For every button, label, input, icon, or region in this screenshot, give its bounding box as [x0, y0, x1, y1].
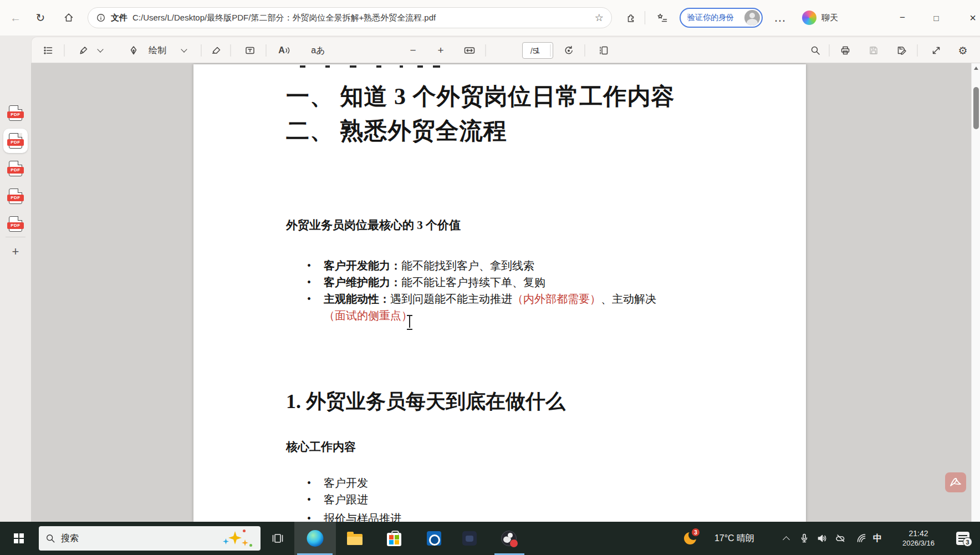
- start-button[interactable]: [7, 522, 31, 555]
- draw-pen-icon[interactable]: [124, 37, 143, 64]
- divider: [645, 11, 645, 24]
- microphone-tray-icon[interactable]: [797, 522, 812, 555]
- core-work-title: 核心工作内容: [286, 439, 356, 455]
- divider: [231, 44, 231, 57]
- table-of-contents-icon[interactable]: [39, 37, 58, 64]
- list-item: •客户跟进: [307, 491, 401, 508]
- pdf-file-icon: PDF: [9, 133, 22, 149]
- highlighter-icon[interactable]: [74, 37, 94, 64]
- scrollbar[interactable]: [971, 63, 980, 522]
- divider: [486, 44, 486, 57]
- window-close-button[interactable]: ×: [960, 0, 980, 35]
- clock-tray-item[interactable]: 21:42 2026/3/16: [894, 522, 943, 555]
- translate-icon[interactable]: aあ: [306, 37, 330, 64]
- search-highlights-sparkle-icon[interactable]: [223, 528, 254, 548]
- taskbar-search-box[interactable]: 搜索: [39, 526, 261, 551]
- zoom-in-icon[interactable]: +: [431, 37, 450, 64]
- divider: [201, 44, 202, 57]
- tray-overflow-chevron-icon[interactable]: [778, 522, 794, 555]
- list-item: •客户开发: [307, 475, 401, 491]
- edge-taskbar-button[interactable]: [294, 522, 336, 555]
- new-tab-plus-icon[interactable]: +: [12, 245, 19, 259]
- cutoff-text-fragment: [300, 65, 305, 68]
- cutoff-text-fragment: [433, 65, 440, 68]
- add-text-icon[interactable]: [240, 37, 260, 64]
- cutoff-text-fragment: [325, 65, 330, 68]
- vertical-tab-pdf-5[interactable]: PDF: [9, 216, 22, 232]
- scroll-up-arrow-icon[interactable]: [974, 67, 978, 70]
- network-signal-tray-icon[interactable]: [854, 522, 869, 555]
- zoom-out-icon[interactable]: −: [404, 37, 422, 64]
- copilot-chat-label[interactable]: 聊天: [821, 0, 838, 35]
- weather-badge: 3: [692, 528, 700, 536]
- pdf-file-icon: PDF: [9, 216, 22, 232]
- print-icon[interactable]: [835, 37, 855, 64]
- settings-gear-icon[interactable]: ⚙: [953, 37, 973, 64]
- cutoff-text-fragment: [400, 65, 403, 68]
- acrobat-overlay-icon[interactable]: [945, 472, 966, 492]
- pdf-toolbar-panel: 绘制 A aあ − + 1 /5: [31, 37, 980, 63]
- folder-icon: [347, 534, 363, 545]
- draw-chevron-icon[interactable]: [177, 37, 191, 64]
- action-center-button[interactable]: 3: [952, 522, 974, 555]
- task-view-button[interactable]: [267, 522, 289, 555]
- browser-top-bar: ← ↻ 文件 C:/Users/L/Desktop/最终版PDF/第二部分：外贸…: [0, 0, 980, 35]
- pinned-app-button[interactable]: [458, 522, 481, 555]
- microsoft-store-button[interactable]: [383, 522, 405, 555]
- outlook-icon: [427, 531, 441, 546]
- highlighter-chevron-icon[interactable]: [94, 37, 107, 64]
- vertical-tab-pdf-4[interactable]: PDF: [9, 189, 22, 204]
- fit-to-width-icon[interactable]: [458, 37, 481, 64]
- list-item: •客户维护能力：能不能让客户持续下单、复购: [307, 274, 656, 291]
- vertical-tab-pdf-1[interactable]: PDF: [9, 105, 22, 121]
- windows-logo-icon: [14, 533, 24, 543]
- extensions-puzzle-icon[interactable]: [620, 0, 642, 35]
- weather-text[interactable]: 17°C 晴朗: [701, 522, 768, 555]
- save-as-icon[interactable]: [892, 37, 912, 64]
- home-icon[interactable]: [58, 0, 80, 35]
- favorites-bar-icon[interactable]: [651, 0, 673, 35]
- eraser-icon[interactable]: [206, 37, 226, 64]
- list-item: •主观能动性：遇到问题能不能主动推进（内外部都需要）、主动解决: [307, 291, 656, 307]
- back-icon[interactable]: ←: [4, 0, 27, 35]
- vertical-tab-pdf-3[interactable]: PDF: [9, 161, 22, 176]
- verify-identity-button[interactable]: 验证你的身份: [680, 8, 763, 28]
- divider: [829, 44, 830, 57]
- outlook-button[interactable]: [423, 522, 445, 555]
- refresh-icon[interactable]: ↻: [29, 0, 52, 35]
- edge-icon: [294, 522, 336, 555]
- window-maximize-button[interactable]: □: [923, 0, 949, 35]
- recording-dot: [510, 539, 518, 547]
- notification-icon: 3: [956, 532, 969, 545]
- pdf-viewport: 一、 知道 3 个外贸岗位日常工作内容 二、 熟悉外贸全流程 外贸业务员岗位最核…: [31, 63, 980, 522]
- search-icon[interactable]: [805, 37, 825, 64]
- vertical-tab-strip: PDF PDF PDF PDF PDF +: [0, 35, 31, 522]
- speaker-tray-icon[interactable]: [814, 522, 830, 555]
- weather-tray-item[interactable]: 3: [681, 522, 700, 555]
- core-values-title: 外贸业务员岗位最核心的 3 个价值: [286, 217, 461, 233]
- store-icon: [387, 533, 401, 546]
- divider: [585, 44, 585, 57]
- task-view-icon: [271, 532, 284, 545]
- clock-date: 2026/3/16: [902, 538, 935, 548]
- divider: [6, 237, 25, 237]
- settings-menu-dots-icon[interactable]: …: [769, 0, 791, 35]
- vertical-tab-pdf-2-active[interactable]: PDF: [9, 133, 22, 149]
- pdf-page: 一、 知道 3 个外贸岗位日常工作内容 二、 熟悉外贸全流程 外贸业务员岗位最核…: [193, 64, 806, 522]
- favorite-star-icon[interactable]: ☆: [595, 12, 604, 24]
- address-bar[interactable]: 文件 C:/Users/L/Desktop/最终版PDF/第二部分：外贸岗位全景…: [88, 7, 612, 28]
- rotate-icon[interactable]: [559, 37, 579, 64]
- fullscreen-expand-icon[interactable]: [926, 37, 946, 64]
- page-view-icon[interactable]: [594, 37, 614, 64]
- window-minimize-button[interactable]: −: [890, 0, 915, 35]
- read-aloud-icon[interactable]: A: [274, 37, 294, 64]
- draw-label[interactable]: 绘制: [144, 37, 171, 64]
- ime-indicator[interactable]: 中: [870, 522, 885, 555]
- doc-heading-2: 二、 熟悉外贸全流程: [286, 115, 507, 146]
- file-explorer-button[interactable]: [344, 522, 366, 555]
- disabled-device-tray-icon[interactable]: [833, 522, 848, 555]
- obs-studio-button[interactable]: [497, 522, 521, 555]
- scrollbar-thumb[interactable]: [973, 87, 979, 129]
- copilot-icon[interactable]: [802, 11, 816, 25]
- section-heading: 1. 外贸业务员每天到底在做什么: [286, 388, 565, 415]
